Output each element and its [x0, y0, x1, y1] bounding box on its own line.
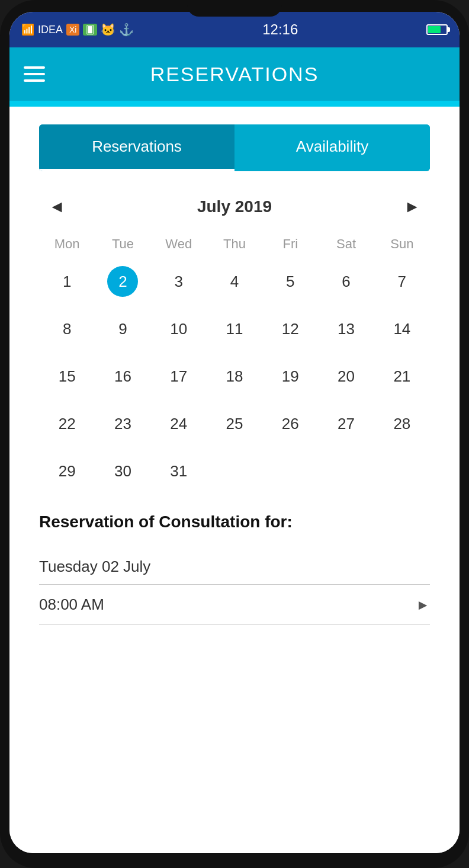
carrier-label: IDEA — [38, 24, 63, 36]
reservation-date: Tuesday 02 July — [39, 549, 430, 585]
calendar-day-4[interactable]: 4 — [207, 258, 262, 305]
battery-icon — [426, 24, 448, 35]
calendar-day-7[interactable]: 7 — [374, 258, 430, 305]
calendar-day-5[interactable]: 5 — [262, 258, 318, 305]
calendar-day-16[interactable]: 16 — [95, 353, 150, 400]
calendar-day-20[interactable]: 20 — [318, 353, 374, 400]
next-month-arrow[interactable]: ► — [400, 195, 424, 219]
calendar-day-11[interactable]: 11 — [207, 305, 262, 353]
calendar-day-9[interactable]: 9 — [95, 305, 150, 353]
calendar-day-2[interactable]: 2 — [95, 258, 150, 305]
calendar-day-26[interactable]: 26 — [262, 400, 318, 447]
tab-reservations[interactable]: Reservations — [39, 124, 234, 171]
calendar-day-19[interactable]: 19 — [262, 353, 318, 400]
phone-frame: 📶 IDEA Xi 🂠 🐱 ⚓ 12:16 RESERVATIONS — [0, 0, 469, 868]
reservation-section-title: Reservation of Consultation for: — [39, 513, 430, 531]
calendar-day-22[interactable]: 22 — [39, 400, 95, 447]
calendar-grid: Mon Tue Wed Thu Fri Sat Sun 123456789101… — [39, 230, 430, 495]
page-title: RESERVATIONS — [150, 63, 319, 86]
main-content: Reservations Availability ◄ July 2019 ► … — [9, 107, 460, 853]
status-bar: 📶 IDEA Xi 🂠 🐱 ⚓ 12:16 — [9, 12, 460, 47]
calendar-week-row: 1234567 — [39, 258, 430, 305]
calendar-day-empty — [374, 447, 430, 495]
menu-line-1 — [24, 66, 45, 69]
prev-month-arrow[interactable]: ◄ — [45, 195, 69, 219]
status-left: 📶 IDEA Xi 🂠 🐱 ⚓ — [21, 23, 134, 37]
calendar-week-row: 15161718192021 — [39, 353, 430, 400]
calendar-header-row: Mon Tue Wed Thu Fri Sat Sun — [39, 230, 430, 258]
signal-icon: 📶 — [21, 23, 34, 36]
calendar-day-15[interactable]: 15 — [39, 353, 95, 400]
calendar-day-1[interactable]: 1 — [39, 258, 95, 305]
calendar-day-23[interactable]: 23 — [95, 400, 150, 447]
menu-line-2 — [24, 73, 45, 75]
reservation-section: Reservation of Consultation for: Tuesday… — [39, 513, 430, 625]
green-icon: 🂠 — [83, 24, 97, 36]
xi-badge: Xi — [66, 24, 79, 36]
time-value: 08:00 AM — [39, 595, 104, 614]
calendar-day-30[interactable]: 30 — [95, 447, 150, 495]
header-divider — [9, 101, 460, 107]
calendar-day-empty — [262, 447, 318, 495]
calendar-day-13[interactable]: 13 — [318, 305, 374, 353]
calendar-day-empty — [207, 447, 262, 495]
calendar-day-25[interactable]: 25 — [207, 400, 262, 447]
calendar-day-29[interactable]: 29 — [39, 447, 95, 495]
calendar-day-10[interactable]: 10 — [151, 305, 207, 353]
menu-line-3 — [24, 79, 45, 82]
calendar-day-3[interactable]: 3 — [151, 258, 207, 305]
calendar-day-12[interactable]: 12 — [262, 305, 318, 353]
calendar-day-14[interactable]: 14 — [374, 305, 430, 353]
calendar-day-28[interactable]: 28 — [374, 400, 430, 447]
calendar-day-17[interactable]: 17 — [151, 353, 207, 400]
calendar-day-6[interactable]: 6 — [318, 258, 374, 305]
calendar-day-27[interactable]: 27 — [318, 400, 374, 447]
day-header-fri: Fri — [262, 230, 318, 258]
phone-screen: 📶 IDEA Xi 🂠 🐱 ⚓ 12:16 RESERVATIONS — [9, 12, 460, 853]
calendar-day-empty — [318, 447, 374, 495]
calendar-day-31[interactable]: 31 — [151, 447, 207, 495]
day-header-tue: Tue — [95, 230, 150, 258]
day-header-sat: Sat — [318, 230, 374, 258]
cat-icon: 🐱 — [101, 23, 115, 37]
day-header-sun: Sun — [374, 230, 430, 258]
app-header: RESERVATIONS — [9, 47, 460, 101]
status-right — [426, 24, 448, 35]
calendar-month-label: July 2019 — [197, 197, 272, 216]
day-header-wed: Wed — [151, 230, 207, 258]
calendar-week-row: 293031 — [39, 447, 430, 495]
day-header-mon: Mon — [39, 230, 95, 258]
time-arrow-icon: ► — [416, 597, 430, 613]
day-header-thu: Thu — [207, 230, 262, 258]
battery-fill — [428, 26, 441, 33]
calendar-week-row: 22232425262728 — [39, 400, 430, 447]
calendar-day-24[interactable]: 24 — [151, 400, 207, 447]
tab-availability[interactable]: Availability — [234, 124, 430, 171]
calendar-day-18[interactable]: 18 — [207, 353, 262, 400]
phone-notch — [187, 0, 282, 17]
usb-icon: ⚓ — [119, 23, 134, 37]
tabs-container: Reservations Availability — [39, 124, 430, 171]
calendar-nav: ◄ July 2019 ► — [39, 189, 430, 230]
hamburger-menu-icon[interactable] — [24, 66, 45, 82]
calendar-day-21[interactable]: 21 — [374, 353, 430, 400]
calendar-week-row: 891011121314 — [39, 305, 430, 353]
calendar-day-8[interactable]: 8 — [39, 305, 95, 353]
status-time: 12:16 — [262, 21, 298, 38]
reservation-time[interactable]: 08:00 AM ► — [39, 585, 430, 625]
